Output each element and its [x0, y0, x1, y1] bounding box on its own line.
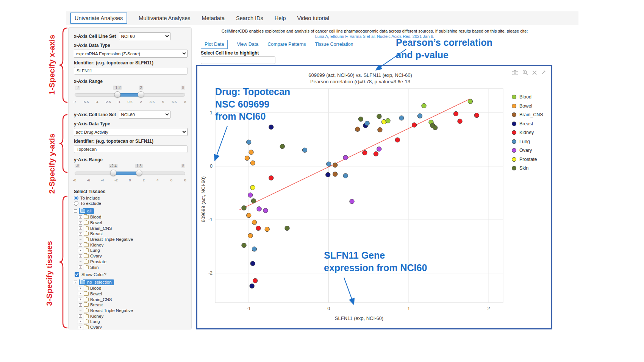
- zoom-in-icon[interactable]: [522, 70, 528, 75]
- tree-root-row[interactable]: −no_selection: [74, 279, 187, 285]
- expand-icon[interactable]: +: [79, 221, 82, 225]
- tab-compare-patterns[interactable]: Compare Patterns: [267, 40, 306, 48]
- tissues-include-option[interactable]: To include: [74, 196, 187, 200]
- tissue-node-ovary[interactable]: +Ovary: [78, 253, 187, 259]
- expand-icon[interactable]: +: [79, 326, 82, 329]
- slider-selected-range[interactable]: [113, 172, 139, 175]
- tissue-node-bowel[interactable]: +Bowel: [78, 220, 187, 226]
- tree-root-label[interactable]: all: [79, 208, 94, 214]
- y-axis-range-slider[interactable]: -88-2.41.3-8-6-4-202468: [75, 164, 185, 185]
- tree-connector: [79, 261, 82, 262]
- y-data-type-select[interactable]: act: Drug Activity: [74, 128, 188, 136]
- expand-icon[interactable]: +: [79, 249, 82, 252]
- legend-item-brain-cns[interactable]: Brain_CNS: [512, 112, 543, 117]
- legend-item-blood[interactable]: Blood: [512, 94, 543, 100]
- collapse-icon[interactable]: −: [74, 281, 77, 284]
- show-color-toggle[interactable]: Show Color?: [75, 272, 187, 277]
- tab-tissue-correlation[interactable]: Tissue Correlation: [315, 40, 353, 48]
- legend-swatch: [512, 157, 516, 162]
- nav-item-video-tutorial[interactable]: Video tutorial: [297, 15, 329, 21]
- svg-text:0: 0: [327, 306, 330, 311]
- expand-icon[interactable]: +: [79, 226, 82, 230]
- tissue-node-brain-cns[interactable]: +Brain_CNS: [78, 296, 187, 302]
- legend-swatch: [512, 104, 516, 108]
- slider-tick-labels: -7-5.5-4-2.5-10.523.556.58: [75, 100, 185, 106]
- pan-icon[interactable]: [541, 70, 546, 75]
- legend-item-lung[interactable]: Lung: [512, 139, 543, 144]
- close-icon[interactable]: [532, 70, 537, 75]
- tissue-node-kidney[interactable]: +Kidney: [78, 313, 187, 319]
- show-color-checkbox[interactable]: [75, 272, 79, 277]
- citation-link[interactable]: Luna A, Elloumi F, Varma S et al. Nuclei…: [197, 34, 552, 39]
- nav-item-help[interactable]: Help: [275, 15, 286, 21]
- x-identifier-input[interactable]: [74, 67, 188, 75]
- svg-text:1: 1: [210, 110, 213, 115]
- folder-icon: [84, 221, 89, 225]
- tissue-node-skin[interactable]: +Skin: [78, 264, 187, 270]
- expand-icon[interactable]: +: [79, 232, 82, 236]
- nav-item-multivariate-analyses[interactable]: Multivariate Analyses: [139, 15, 190, 21]
- expand-icon[interactable]: +: [79, 243, 82, 247]
- collapse-icon[interactable]: −: [74, 209, 77, 213]
- legend-item-skin[interactable]: Skin: [512, 165, 543, 171]
- tab-plot-data[interactable]: Plot Data: [201, 40, 228, 49]
- tab-view-data[interactable]: View Data: [237, 40, 258, 48]
- tissue-node-blood[interactable]: +Blood: [78, 286, 187, 291]
- include-radio[interactable]: [74, 196, 78, 200]
- expand-icon[interactable]: +: [79, 314, 82, 318]
- expand-icon[interactable]: +: [79, 298, 82, 301]
- legend-swatch: [512, 130, 516, 135]
- legend-item-breast[interactable]: Breast: [512, 121, 543, 126]
- legend-swatch: [512, 112, 516, 117]
- tissue-node-prostate[interactable]: Prostate: [78, 259, 187, 265]
- expand-icon[interactable]: +: [79, 303, 82, 307]
- tissue-node-blood[interactable]: +Blood: [78, 214, 187, 220]
- tissue-node-breast[interactable]: +Breast: [78, 302, 187, 308]
- legend-item-kidney[interactable]: Kidney: [512, 130, 543, 135]
- tree-children: +Blood+Bowel+Brain_CNS+BreastBreast Trip…: [78, 286, 187, 329]
- slider-handle-to[interactable]: [138, 91, 144, 98]
- legend-item-bowel[interactable]: Bowel: [512, 103, 543, 109]
- legend-item-ovary[interactable]: Ovary: [512, 148, 543, 153]
- tree-connector: [79, 310, 82, 311]
- y-cell-line-set-select[interactable]: NCI-60: [119, 111, 170, 119]
- tissue-node-ovary[interactable]: +Ovary: [78, 325, 187, 329]
- tissues-exclude-option[interactable]: To exclude: [74, 201, 187, 206]
- tree-root-label[interactable]: no_selection: [79, 279, 114, 285]
- expand-icon[interactable]: +: [79, 265, 82, 269]
- nav-item-univariate-analyses[interactable]: Univariate Analyses: [70, 12, 127, 24]
- x-cell-line-set-select[interactable]: NCI-60: [119, 32, 170, 40]
- tissue-node-kidney[interactable]: +Kidney: [78, 242, 187, 248]
- exclude-radio[interactable]: [74, 201, 78, 206]
- tree-root-row[interactable]: −all: [74, 208, 187, 214]
- y-cell-line-set-label: y-Axis Cell Line Set: [74, 112, 116, 117]
- x-cell-line-set-label: x-Axis Cell Line Set: [74, 34, 116, 39]
- slider-handle-to[interactable]: [136, 170, 142, 176]
- expand-icon[interactable]: +: [79, 292, 82, 295]
- camera-icon[interactable]: [512, 70, 518, 75]
- expand-icon[interactable]: +: [79, 254, 82, 258]
- slider-handle-from[interactable]: [114, 91, 120, 98]
- tissue-node-lung[interactable]: +Lung: [78, 319, 187, 325]
- nav-item-search-ids[interactable]: Search IDs: [236, 15, 263, 21]
- slider-min-label: -8: [75, 164, 80, 168]
- step2-brace: [59, 115, 67, 172]
- tissue-node-breast-triple-negative[interactable]: Breast Triple Negative: [78, 237, 187, 242]
- expand-icon[interactable]: +: [79, 215, 82, 219]
- highlight-cell-line-input[interactable]: [201, 56, 275, 64]
- expand-icon[interactable]: +: [79, 287, 82, 290]
- tissue-node-lung[interactable]: +Lung: [78, 248, 187, 253]
- folder-icon: [84, 232, 89, 236]
- tissue-node-breast[interactable]: +Breast: [78, 231, 187, 237]
- expand-icon[interactable]: +: [79, 320, 82, 323]
- x-data-type-select[interactable]: exp: mRNA Expression (Z-Score): [74, 50, 188, 58]
- x-axis-range-slider[interactable]: -78-1.22-7-5.5-4-2.5-10.523.556.58: [75, 86, 185, 107]
- slider-handle-from[interactable]: [110, 170, 117, 176]
- folder-icon: [84, 260, 89, 264]
- legend-item-prostate[interactable]: Prostate: [512, 157, 543, 162]
- y-identifier-input[interactable]: [74, 145, 188, 153]
- nav-item-metadata[interactable]: Metadata: [202, 15, 225, 21]
- tissue-node-brain-cns[interactable]: +Brain_CNS: [78, 225, 187, 231]
- tissue-node-bowel[interactable]: +Bowel: [78, 291, 187, 297]
- tissue-node-breast-triple-negative[interactable]: Breast Triple Negative: [78, 308, 187, 314]
